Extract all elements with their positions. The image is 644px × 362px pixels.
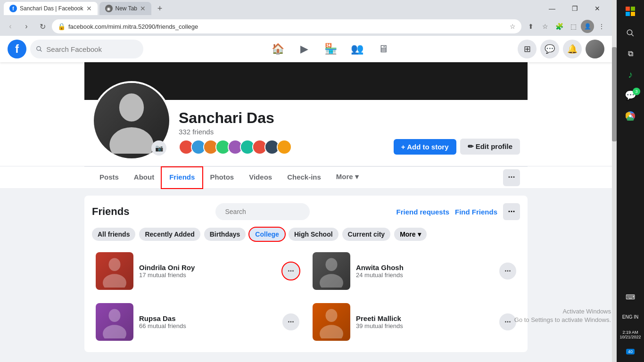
minimize-button[interactable]: — bbox=[541, 2, 563, 15]
friend-card-info-1: Oindrila Oni Roy 17 mutual friends bbox=[139, 263, 277, 279]
svg-rect-2 bbox=[626, 12, 630, 16]
friends-search-input[interactable] bbox=[225, 208, 307, 215]
profile-section: 📷 Sanchari Das 332 friends bbox=[0, 62, 612, 188]
friend-card-menu-4: ··· bbox=[499, 313, 516, 330]
subtab-more-button[interactable]: More ▾ bbox=[394, 228, 426, 241]
title-bar: f Sanchari Das | Facebook ✕ ◉ New Tab ✕ … bbox=[0, 0, 612, 17]
tab-newtab-close[interactable]: ✕ bbox=[140, 5, 146, 12]
profile-nav-border: Posts About Friends Photos Videos Check-… bbox=[0, 166, 612, 188]
tab-friends[interactable]: Friends bbox=[162, 167, 202, 188]
chrome-icon[interactable] bbox=[617, 106, 644, 126]
profile-actions: + Add to story ✏ Edit profile bbox=[394, 139, 520, 160]
date-display: 10/21/2022 bbox=[619, 335, 641, 339]
friend-card-menu-1: ··· bbox=[282, 263, 299, 280]
friends-section: Friends Friend requests Find Friends ···… bbox=[84, 196, 528, 352]
star-icon[interactable]: ☆ bbox=[538, 20, 552, 33]
tab-newtab-title: New Tab bbox=[116, 5, 137, 12]
tab-about[interactable]: About bbox=[126, 167, 162, 188]
friends-header-more-button[interactable]: ··· bbox=[503, 203, 520, 220]
notification-count: 40 bbox=[626, 349, 635, 354]
fb-logo[interactable]: f bbox=[8, 40, 26, 58]
tab-photos[interactable]: Photos bbox=[202, 167, 241, 188]
taskview-icon[interactable]: ⧉ bbox=[617, 43, 644, 64]
tab-videos[interactable]: Videos bbox=[241, 167, 280, 188]
profile-nav-options-button[interactable]: ··· bbox=[503, 169, 520, 186]
friend-requests-link[interactable]: Friend requests bbox=[396, 208, 449, 216]
fb-navbar: f 🏠 ▶ 🏪 👥 🖥 ⊞ 💬 🔔 bbox=[0, 36, 612, 62]
friend-more-button-3[interactable]: ··· bbox=[282, 313, 299, 330]
tab-facebook[interactable]: f Sanchari Das | Facebook ✕ bbox=[4, 2, 98, 15]
tab-facebook-close[interactable]: ✕ bbox=[86, 5, 92, 12]
menu-icon[interactable]: ⋮ bbox=[595, 20, 608, 33]
friend-avatar-9 bbox=[277, 140, 292, 155]
nav-groups-icon[interactable]: 👥 bbox=[346, 38, 368, 60]
new-tab-button[interactable]: + bbox=[153, 2, 166, 15]
add-to-story-button[interactable]: + Add to story bbox=[394, 139, 456, 155]
maximize-button[interactable]: ❐ bbox=[564, 2, 586, 15]
friend-more-button-1[interactable]: ··· bbox=[282, 263, 299, 280]
edit-profile-button[interactable]: ✏ Edit profile bbox=[460, 139, 520, 155]
tab-newtab[interactable]: ◉ New Tab ✕ bbox=[99, 2, 151, 15]
friend-card-info-4: Preeti Mallick 39 mutual friends bbox=[356, 314, 494, 329]
friend-card-3: Rupsa Das 66 mutual friends ··· bbox=[92, 299, 303, 345]
keyboard-icon[interactable]: ⌨ bbox=[617, 287, 644, 307]
share-icon[interactable]: ⬆ bbox=[524, 20, 537, 33]
fb-search-input[interactable] bbox=[46, 45, 138, 53]
whatsapp-icon[interactable]: 💬 3 bbox=[617, 85, 644, 106]
spotify-icon[interactable]: ♪ bbox=[617, 64, 644, 85]
bookmark-icon[interactable]: ☆ bbox=[510, 23, 516, 30]
svg-point-16 bbox=[109, 258, 121, 272]
messenger-icon[interactable]: 💬 bbox=[540, 40, 559, 58]
user-avatar-nav[interactable] bbox=[586, 40, 604, 58]
change-avatar-button[interactable]: 📷 bbox=[151, 140, 166, 156]
nav-marketplace-icon[interactable]: 🏪 bbox=[319, 38, 342, 60]
tab-posts[interactable]: Posts bbox=[92, 167, 126, 188]
extensions-icon[interactable]: 🧩 bbox=[553, 20, 566, 33]
forward-button[interactable]: › bbox=[20, 20, 33, 33]
svg-line-11 bbox=[40, 50, 42, 52]
find-friends-link[interactable]: Find Friends bbox=[455, 208, 497, 216]
tab-checkins[interactable]: Check-ins bbox=[280, 167, 329, 188]
browser-profile-avatar[interactable]: 👤 bbox=[581, 20, 594, 33]
friend-card-menu-2: ··· bbox=[499, 263, 516, 280]
subtab-college[interactable]: College bbox=[249, 228, 285, 241]
svg-rect-3 bbox=[631, 12, 635, 16]
friend-card-name-3: Rupsa Das bbox=[139, 314, 277, 322]
friend-card-info-3: Rupsa Das 66 mutual friends bbox=[139, 314, 277, 329]
friend-card-1: Oindrila Oni Roy 17 mutual friends ··· bbox=[92, 248, 303, 294]
nav-gaming-icon[interactable]: 🖥 bbox=[372, 38, 395, 60]
friends-search-box[interactable] bbox=[215, 203, 310, 220]
pip-icon[interactable]: ⬚ bbox=[567, 20, 580, 33]
friend-more-button-2[interactable]: ··· bbox=[499, 263, 516, 280]
subtab-high-school[interactable]: High School bbox=[289, 228, 339, 241]
subtab-all-friends[interactable]: All friends bbox=[92, 228, 135, 241]
subtab-recently-added[interactable]: Recently Added bbox=[139, 228, 200, 241]
refresh-button[interactable]: ↻ bbox=[36, 20, 49, 33]
back-button[interactable]: ‹ bbox=[4, 20, 17, 33]
page-scrollbar[interactable] bbox=[612, 0, 617, 362]
svg-point-21 bbox=[103, 325, 126, 338]
friend-card-avatar-4 bbox=[313, 303, 350, 341]
fb-search-bar[interactable] bbox=[30, 40, 143, 58]
notification-icon[interactable]: 40 bbox=[617, 341, 644, 362]
close-button[interactable]: ✕ bbox=[586, 2, 608, 15]
nav-video-icon[interactable]: ▶ bbox=[293, 38, 315, 60]
subtab-current-city[interactable]: Current city bbox=[342, 228, 391, 241]
nav-home-icon[interactable]: 🏠 bbox=[266, 38, 289, 60]
language-indicator[interactable]: ENG IN bbox=[617, 307, 644, 328]
friend-more-button-4[interactable]: ··· bbox=[499, 313, 516, 330]
scroll-thumb[interactable] bbox=[612, 47, 617, 141]
friend-card-name-1: Oindrila Oni Roy bbox=[139, 263, 277, 272]
profile-nav-tabs: Posts About Friends Photos Videos Check-… bbox=[84, 166, 528, 188]
search-taskbar-icon[interactable] bbox=[617, 23, 644, 43]
browser-window: f Sanchari Das | Facebook ✕ ◉ New Tab ✕ … bbox=[0, 0, 612, 362]
url-bar[interactable]: 🔒 facebook.com/mimi.mitra.52090/friends_… bbox=[52, 19, 521, 33]
subtab-birthdays[interactable]: Birthdays bbox=[204, 228, 246, 241]
address-bar: ‹ › ↻ 🔒 facebook.com/mimi.mitra.52090/fr… bbox=[0, 17, 612, 36]
svg-point-12 bbox=[119, 93, 144, 122]
apps-icon[interactable]: ⊞ bbox=[518, 40, 537, 58]
tab-more[interactable]: More ▾ bbox=[329, 167, 366, 188]
windows-icon[interactable] bbox=[617, 0, 644, 23]
svg-point-9 bbox=[629, 115, 632, 117]
notifications-icon[interactable]: 🔔 bbox=[563, 40, 582, 58]
